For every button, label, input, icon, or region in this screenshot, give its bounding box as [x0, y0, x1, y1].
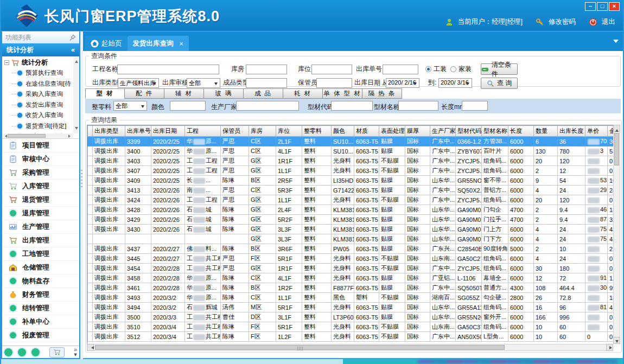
tree-horizontal-scrollbar[interactable]: [2, 133, 73, 138]
close-button[interactable]: ×: [609, 2, 620, 11]
scroll-left-button[interactable]: [87, 344, 94, 351]
product-type-input[interactable]: [246, 78, 287, 88]
tab-home[interactable]: 起始页: [85, 36, 128, 51]
sidebar-item[interactable]: 结转管理: [2, 302, 79, 315]
sidebar-item[interactable]: 出库管理: [2, 234, 79, 247]
scroll-right-button[interactable]: [606, 344, 613, 351]
column-header[interactable]: 数量: [534, 126, 558, 137]
table-row[interactable]: G区3L3F整料KLM38176063-T5贴膜国标山东华...GA90M09.…: [88, 234, 614, 244]
scroll-up-button[interactable]: [613, 125, 620, 132]
column-header[interactable]: 工程: [185, 126, 221, 137]
scroll-left-icon[interactable]: [3, 135, 7, 138]
sidebar-item[interactable]: 退货管理: [2, 193, 79, 207]
sidebar-group-header[interactable]: 统计分析 «: [2, 43, 79, 56]
change-password-link[interactable]: 修改密码: [549, 17, 576, 27]
table-row[interactable]: 调拨出库33992020/2/25华原...严思C区2L1F整料SU10...6…: [88, 137, 614, 146]
profile-code-input[interactable]: [331, 101, 373, 111]
table-row[interactable]: 调拨出库34002020/2/25华原...严思C区4L1F整料SU10...6…: [88, 146, 614, 156]
circle-icon[interactable]: [18, 348, 26, 356]
sidebar-item[interactable]: 采购管理: [2, 166, 79, 180]
date-to-picker[interactable]: 2020/ 3/16: [438, 78, 472, 88]
warehouse-input[interactable]: [246, 65, 287, 74]
scroll-down-button[interactable]: [613, 337, 620, 344]
column-header[interactable]: 单价: [585, 126, 608, 137]
sidebar-item[interactable]: 仓储管理: [2, 261, 79, 274]
sidebar-item[interactable]: 物料盘存: [2, 274, 79, 288]
audit-select[interactable]: 全部: [187, 78, 220, 88]
tab-close-icon[interactable]: ×: [180, 40, 184, 48]
table-row[interactable]: 调拨出库34452020/2/27工共工程严思F区5R1F整料光身料6063-T…: [88, 254, 614, 264]
table-row[interactable]: 调拨出库34292020/2/26石城陈琳G区5R2F整料KLM38176063…: [88, 215, 614, 225]
order-no-input[interactable]: [383, 65, 418, 74]
material-tab[interactable]: 单 体 型 材: [323, 88, 362, 99]
tab-shipment-query[interactable]: 发货出库查询 ×: [128, 36, 189, 51]
sidebar-item[interactable]: 报废管理: [2, 329, 79, 342]
circle-icon[interactable]: [4, 348, 12, 356]
scrollbar-thumb[interactable]: [8, 134, 46, 138]
pin-icon[interactable]: [69, 34, 76, 41]
column-header[interactable]: 材质: [354, 126, 379, 137]
date-from-picker[interactable]: 2020/ 2/16: [386, 78, 419, 88]
column-header[interactable]: 型材代码: [456, 126, 482, 137]
column-header[interactable]: 保管员: [221, 126, 249, 137]
table-row[interactable]: 调拨出库35002020/3/3工共工程曹佳D区3L1F整料LT3P606063…: [88, 312, 614, 322]
material-tab[interactable]: 玻 璃: [204, 88, 244, 99]
circle-icon[interactable]: [31, 348, 40, 356]
material-tab[interactable]: 辅 材: [164, 88, 204, 99]
column-header[interactable]: 长度: [508, 126, 534, 137]
search-button[interactable]: 查 询: [481, 78, 518, 89]
whole-piece-select[interactable]: 全部: [113, 101, 147, 111]
column-header[interactable]: 库位: [276, 126, 302, 137]
scroll-down-icon[interactable]: [75, 127, 78, 131]
table-row[interactable]: 调拨出库34072020/2/25工工程严思G区1L1F整料光身料6063-T5…: [88, 166, 614, 176]
column-header[interactable]: 金: [608, 126, 614, 137]
material-tab[interactable]: 隔 热 条: [362, 88, 402, 99]
column-header[interactable]: 型材名称: [482, 126, 508, 137]
sidebar-item[interactable]: 审核中心: [2, 152, 79, 166]
table-row[interactable]: 调拨出库35102020/3/4工共工程陈琳F区5R1F整料光身料6063-T5…: [88, 322, 614, 332]
tree-item[interactable]: 收货入库查询: [4, 110, 73, 121]
material-tab[interactable]: 成 品: [244, 88, 283, 99]
table-row[interactable]: 调拨出库34092020/2/25长...陈琳B区2R5F整料LI35HD606…: [88, 176, 614, 186]
tree-item[interactable]: 退货查询[待定]: [4, 121, 73, 132]
table-horizontal-scrollbar[interactable]: [87, 344, 613, 351]
table-row[interactable]: 调拨出库34932020/3/2华原...陈琳C区1L1F整料黑色塑料不贴膜国标…: [88, 293, 614, 303]
scroll-up-icon[interactable]: [75, 59, 78, 63]
column-header[interactable]: 库房: [249, 126, 276, 137]
table-row[interactable]: 调拨出库35122020/3/4工共工程陈琳F区1L2F整料光身料6063-T5…: [88, 332, 614, 342]
tree-item[interactable]: 发货出库查询: [4, 100, 73, 111]
sidebar-item[interactable]: 补单中心: [2, 315, 79, 329]
table-row[interactable]: 调拨出库34372020/2/27佛料...陈琳B区3R6F整料PW056063…: [88, 244, 614, 254]
factory-input[interactable]: [236, 101, 299, 111]
sidebar-item[interactable]: 退库管理: [2, 207, 79, 220]
material-tab[interactable]: 耗 材: [283, 88, 323, 99]
sidebar-item[interactable]: 财务管理: [2, 288, 79, 302]
table-row[interactable]: 调拨出库34542020/2/28工共工程严思G区1R1F整料光身料6063-T…: [88, 264, 614, 273]
logout-link[interactable]: 退出: [602, 17, 615, 27]
location-input[interactable]: [311, 65, 352, 74]
radio-jiazhuang[interactable]: 家装: [450, 65, 472, 74]
sidebar-item[interactable]: 生产管理: [2, 220, 79, 234]
table-row[interactable]: 调拨出库34302020/2/26石城陈琳G区3L3F整料KLM38176063…: [88, 225, 614, 234]
scroll-right-icon[interactable]: [68, 135, 72, 138]
column-header[interactable]: [88, 126, 93, 137]
column-header[interactable]: 生产厂家: [430, 126, 456, 137]
collapse-icon[interactable]: «: [71, 46, 75, 54]
column-header[interactable]: 表面处理: [379, 126, 405, 137]
keeper-input[interactable]: [316, 78, 352, 88]
table-row[interactable]: 调拨出库34612020/2/28华原...陈琳B区1R2F整料F8877FT6…: [88, 283, 614, 293]
tree-item[interactable]: 采购入库查询: [4, 89, 73, 100]
tree-expand-icon[interactable]: [4, 60, 9, 65]
sidebar-item[interactable]: 工地管理: [2, 247, 79, 261]
table-row[interactable]: 调拨出库34132020/2/26南...严思C区5R3F整料G71422606…: [88, 186, 614, 195]
table-row[interactable]: 调拨出库34242020/2/26工工程严思G区1L1F整料光身料6063-T5…: [88, 195, 614, 205]
table-row[interactable]: 调拨出库34942020/3/2石辉城汤伟M区5R1F整料光身料6063-T5贴…: [88, 303, 614, 312]
material-tab[interactable]: 型 材: [85, 88, 125, 99]
column-header[interactable]: 整零料: [302, 126, 332, 137]
column-header[interactable]: 出库长度: [558, 126, 585, 137]
column-header[interactable]: 出库类型: [93, 126, 125, 137]
column-header[interactable]: 膜厚: [405, 126, 430, 137]
material-tab[interactable]: 配 件: [125, 88, 164, 99]
scrollbar-thumb[interactable]: [95, 345, 505, 350]
maximize-button[interactable]: □: [597, 2, 608, 11]
